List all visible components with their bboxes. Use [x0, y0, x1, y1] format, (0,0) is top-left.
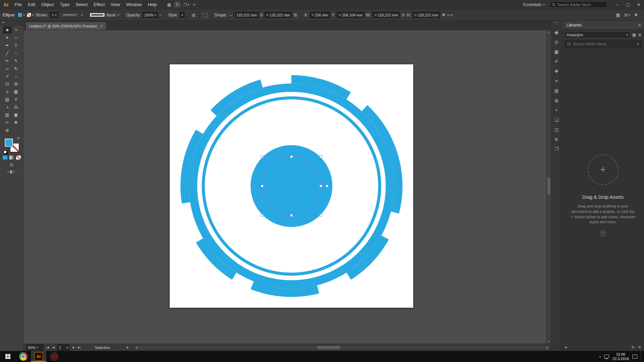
vertical-scrollbar[interactable]: ▲ ▼ — [546, 30, 551, 344]
stroke-panel-icon[interactable]: ≡ — [553, 77, 560, 84]
selection-handle-e[interactable] — [320, 185, 322, 187]
appearance-panel-icon[interactable]: ◓ — [553, 107, 560, 113]
shear-icon[interactable]: ▱ ▾ — [447, 12, 453, 17]
gradient-panel-icon[interactable]: ▧ — [553, 87, 560, 94]
color-button[interactable] — [2, 155, 8, 160]
tab-libraries[interactable]: Libraries — [562, 23, 587, 27]
stock-search-input[interactable]: Search Adobe Stock — [549, 1, 607, 8]
w-field[interactable]: ⇅ 125,222 mm — [372, 12, 400, 18]
transparency-panel-arrow-icon[interactable]: › — [160, 12, 161, 17]
show-desktop-button[interactable] — [641, 351, 643, 362]
gradient-tool[interactable]: ▧ — [3, 96, 12, 103]
scale-tool[interactable]: ⇗ — [3, 72, 12, 80]
mesh-tool[interactable]: ▦ — [12, 88, 20, 96]
selection-handle-w[interactable] — [261, 185, 263, 187]
corner-widget-icon[interactable]: ⊞ — [293, 12, 297, 17]
taskbar-clock[interactable]: 15:06 22.3.2018 — [612, 352, 629, 361]
next-artboard-button[interactable]: ▶ — [72, 346, 75, 349]
drawing-modes-button[interactable]: ◰ — [9, 162, 14, 167]
type-tool[interactable]: T — [12, 42, 20, 49]
isolate-selection-icon[interactable] — [203, 13, 207, 17]
menu-edit[interactable]: Edit — [25, 0, 38, 9]
chrome-taskbar-icon[interactable] — [15, 351, 31, 362]
scroll-down-icon[interactable]: ▼ — [547, 341, 551, 343]
scroll-left-icon[interactable]: ◀ — [136, 346, 137, 350]
swatches-panel-icon[interactable]: ▦ — [553, 48, 560, 55]
selection-handle-se[interactable] — [320, 214, 322, 217]
layers-panel-icon[interactable]: ❐ — [553, 145, 560, 152]
brushes-panel-icon[interactable]: ✐ — [553, 58, 560, 65]
selection-handle-ne[interactable] — [320, 156, 322, 158]
tray-expand-icon[interactable]: ▴ — [599, 355, 601, 358]
gradient-button[interactable] — [9, 155, 14, 160]
shape-width-field[interactable]: 125,222 mm — [235, 12, 259, 18]
selection-center-point[interactable] — [291, 185, 292, 187]
scroll-right-icon[interactable]: ▶ — [547, 346, 548, 350]
shape-height-field[interactable]: ⇅ 125,222 mm — [264, 12, 292, 18]
fill-color-well[interactable] — [4, 138, 13, 147]
ellipse-tool[interactable]: ○ — [12, 49, 20, 57]
column-graph-tool[interactable]: ▥ — [3, 111, 12, 119]
add-content-button[interactable]: + — [565, 344, 568, 350]
pen-tool[interactable]: ✒ — [3, 42, 12, 49]
status-options-arrow-icon[interactable]: ▶ — [127, 346, 129, 349]
default-colors-icon[interactable] — [4, 150, 7, 154]
symbols-panel-icon[interactable]: ✤ — [553, 68, 560, 74]
stroke-weight-field[interactable]: ⇅ ▾ — [50, 12, 58, 18]
asset-export-panel-icon[interactable]: ◫ — [553, 126, 560, 133]
artboard-tool[interactable]: ▣ — [12, 111, 20, 119]
change-screen-mode-button[interactable]: ◧ — [6, 169, 18, 174]
none-button[interactable] — [16, 155, 21, 160]
menu-help[interactable]: Help — [145, 0, 160, 9]
artboard[interactable] — [170, 64, 413, 308]
sync-icon[interactable]: ↻ — [631, 345, 635, 350]
menu-object[interactable]: Object — [38, 0, 57, 9]
dock-list-icon[interactable]: ≣ ▾ — [624, 12, 630, 17]
document-tab[interactable]: Untitled-2* @ 50% (CMYK/GPU Preview) × — [25, 22, 106, 30]
dock-expand-button[interactable]: « — [551, 21, 561, 25]
variable-width-profile-select[interactable] — [60, 12, 79, 18]
style-select[interactable]: ▾ — [180, 12, 185, 18]
perspective-grid-tool[interactable]: # — [3, 88, 12, 96]
eyedropper-tool[interactable]: ✛ — [12, 96, 20, 103]
vertical-scroll-thumb[interactable] — [547, 177, 550, 195]
add-asset-target[interactable]: + — [588, 154, 619, 185]
workspace-switcher[interactable]: Essentials ▾ — [523, 2, 545, 7]
last-artboard-button[interactable]: ▶| — [77, 346, 82, 349]
selection-handle-sw[interactable] — [261, 214, 263, 217]
list-view-icon[interactable]: ≣ — [638, 33, 641, 37]
illustrator-taskbar-icon[interactable]: Ai — [31, 351, 46, 362]
help-icon[interactable]: ? — [600, 230, 606, 236]
close-tab-icon[interactable]: × — [100, 24, 103, 28]
shape-builder-tool[interactable]: ⊞ — [12, 80, 20, 88]
blend-tool[interactable]: ◑ — [3, 103, 12, 111]
document-grid-icon[interactable]: ▦ — [167, 2, 171, 7]
direct-selection-tool[interactable]: ➢ — [12, 26, 20, 34]
width-tool[interactable]: ↔ — [12, 72, 20, 80]
zoom-select[interactable]: 50% ▾ — [26, 344, 44, 351]
menu-effect[interactable]: Effect — [91, 0, 108, 9]
y-field[interactable]: ⇅ 256,104 mm — [337, 12, 364, 18]
hand-tool[interactable]: ✥ — [12, 119, 20, 126]
menu-select[interactable]: Select — [72, 0, 91, 9]
status-display[interactable]: Selection — [95, 346, 110, 350]
link-dimensions-icon[interactable]: 8 — [260, 12, 263, 17]
panel-menu-icon[interactable]: ≡ — [638, 23, 644, 27]
scroll-up-icon[interactable]: ▲ — [547, 31, 551, 33]
menu-view[interactable]: View — [108, 0, 123, 9]
graphic-styles-panel-icon[interactable]: ❏ — [553, 116, 560, 123]
fill-color-swatch[interactable]: ▾ — [17, 12, 25, 17]
artboard-navigation-select[interactable]: 1 ▾ — [57, 344, 70, 351]
pencil-tool[interactable]: ✎ — [12, 57, 20, 65]
adobe-stock-icon[interactable]: St — [174, 2, 180, 7]
h-field[interactable]: ⇅ 125,222 mm — [413, 12, 440, 18]
canvas[interactable]: ▲ ▼ — [23, 30, 551, 344]
toolbar-collapse-button[interactable]: ◂◂ — [0, 21, 23, 25]
opacity-label[interactable]: Opacity: — [126, 13, 141, 17]
transform-options-icon[interactable]: ❖ — [442, 12, 446, 17]
magic-wand-tool[interactable]: ✶ — [3, 34, 12, 42]
brush-definition-select[interactable]: Basic ▾ — [90, 13, 119, 17]
menu-window[interactable]: Window — [123, 0, 145, 9]
stroke-color-swatch[interactable]: ▾ — [26, 12, 34, 17]
menu-type[interactable]: Type — [57, 0, 72, 9]
